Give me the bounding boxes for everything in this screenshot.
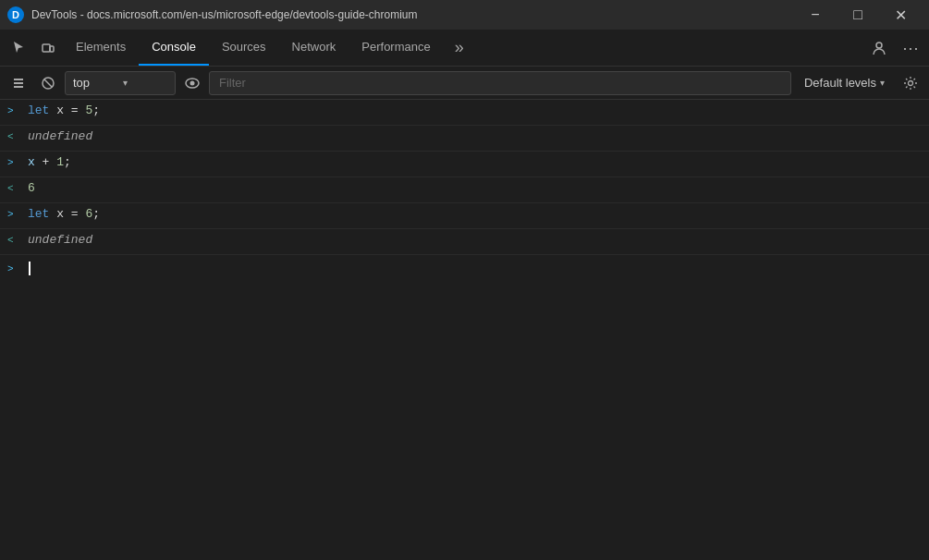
- levels-arrow: ▾: [880, 78, 885, 88]
- svg-line-7: [44, 79, 52, 87]
- maximize-button[interactable]: □: [837, 0, 879, 30]
- code-token: x =: [49, 103, 85, 117]
- window-controls: − □ ✕: [794, 0, 922, 30]
- console-toolbar: top ▾ Default levels ▾: [0, 67, 929, 100]
- app-icon: D: [7, 6, 24, 23]
- code-token: +: [35, 155, 56, 169]
- close-button[interactable]: ✕: [879, 0, 922, 30]
- tabbar-right: ⋯: [864, 33, 925, 63]
- svg-marker-5: [14, 86, 23, 88]
- more-options-button[interactable]: ⋯: [896, 33, 925, 63]
- device-emulation-button[interactable]: [33, 33, 63, 63]
- levels-label: Default levels: [804, 76, 876, 90]
- console-settings-button[interactable]: [898, 70, 923, 96]
- input-arrow: >: [7, 104, 28, 116]
- svg-rect-0: [43, 44, 50, 52]
- text-cursor: [29, 262, 31, 275]
- svg-marker-3: [14, 79, 23, 80]
- code-token: ;: [92, 103, 100, 117]
- more-tabs-button[interactable]: »: [447, 34, 471, 61]
- svg-point-2: [876, 43, 882, 48]
- tab-sources[interactable]: Sources: [209, 30, 279, 66]
- cursor-tool-button[interactable]: [4, 33, 33, 63]
- filter-input[interactable]: [209, 71, 791, 95]
- keyword-token: let: [28, 207, 49, 221]
- code-token: ;: [92, 207, 100, 221]
- variable-token: x: [28, 155, 35, 169]
- undefined-token: undefined: [28, 129, 92, 143]
- tab-performance[interactable]: Performance: [348, 30, 443, 66]
- console-line: <6: [0, 177, 929, 203]
- output-arrow: <: [7, 234, 28, 246]
- context-label: top: [73, 76, 117, 90]
- tab-network[interactable]: Network: [279, 30, 349, 66]
- cursor-arrow: >: [7, 262, 28, 274]
- clear-console-button[interactable]: [35, 70, 61, 96]
- input-arrow: >: [7, 156, 28, 168]
- console-line: >x + 1;: [0, 152, 929, 177]
- minimize-button[interactable]: −: [794, 0, 837, 30]
- svg-point-9: [190, 80, 195, 85]
- main-area: Elements Console Sources Network Perform…: [0, 30, 929, 560]
- tab-elements[interactable]: Elements: [63, 30, 139, 66]
- svg-rect-1: [50, 46, 54, 52]
- context-arrow: ▾: [123, 78, 167, 88]
- code-token: x =: [49, 207, 85, 221]
- cursor-input-line[interactable]: >: [0, 255, 929, 281]
- output-arrow: <: [7, 182, 28, 194]
- show-drawer-button[interactable]: [6, 70, 31, 96]
- context-selector[interactable]: top ▾: [65, 71, 176, 95]
- number-token: 6: [28, 181, 35, 195]
- profile-button[interactable]: [864, 33, 894, 63]
- log-levels-button[interactable]: Default levels ▾: [795, 74, 894, 91]
- keyword-token: let: [28, 103, 49, 117]
- input-arrow: >: [7, 208, 28, 220]
- tabbar: Elements Console Sources Network Perform…: [0, 30, 929, 67]
- titlebar: D DevTools - docs.microsoft.com/en-us/mi…: [0, 0, 929, 30]
- number-token: 1: [56, 155, 64, 169]
- tab-console[interactable]: Console: [139, 30, 209, 66]
- live-expressions-button[interactable]: [179, 70, 205, 96]
- console-line: <undefined: [0, 126, 929, 152]
- svg-point-10: [909, 80, 913, 85]
- svg-marker-4: [14, 82, 23, 84]
- console-line: >let x = 5;: [0, 100, 929, 126]
- code-token: ;: [64, 155, 71, 169]
- output-arrow: <: [7, 130, 28, 142]
- console-line: <undefined: [0, 229, 929, 255]
- console-line: >let x = 6;: [0, 203, 929, 229]
- undefined-token: undefined: [28, 233, 92, 247]
- console-output[interactable]: >let x = 5;<undefined>x + 1;<6>let x = 6…: [0, 100, 929, 560]
- titlebar-title: DevTools - docs.microsoft.com/en-us/micr…: [31, 8, 787, 21]
